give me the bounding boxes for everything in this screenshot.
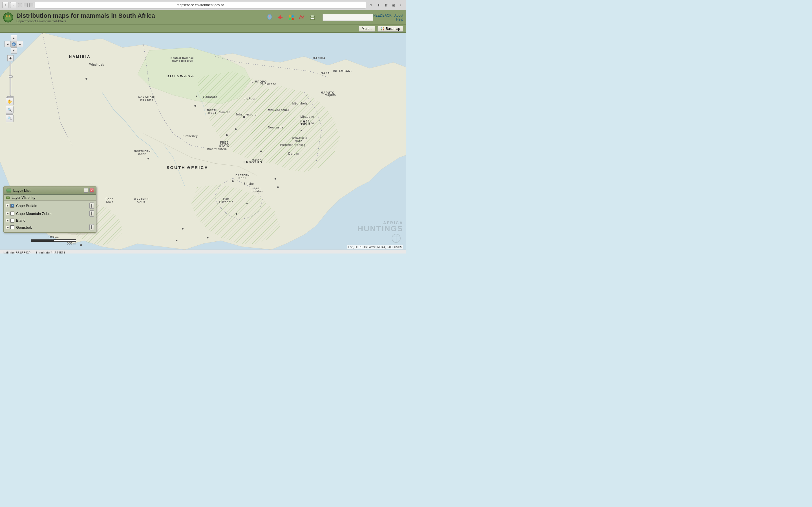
layer-name-0: Cape Buffalo xyxy=(16,204,88,208)
layer-panel-minimize[interactable]: _ xyxy=(84,188,88,193)
browser-chrome: ‹ › mapservice.environment.gov.za ↻ ⬇ ⇈ … xyxy=(0,0,406,10)
svg-point-41 xyxy=(182,228,184,230)
url-bar[interactable]: mapservice.environment.gov.za xyxy=(177,3,224,7)
layer-item-gemsbok: ▶ Gemsbok xyxy=(4,223,96,231)
app-title-area: Distribution maps for mammals in South A… xyxy=(16,12,259,23)
map-container[interactable]: NAMIBIA BOTSWANA KALAHARIDESERT Central … xyxy=(0,33,406,249)
svg-rect-12 xyxy=(311,15,314,17)
zoom-out-tool[interactable]: 🔍 xyxy=(6,114,13,122)
visibility-icon xyxy=(6,196,10,200)
svg-point-23 xyxy=(86,78,87,79)
map-tool-4[interactable] xyxy=(297,13,306,22)
app-header: Distribution maps for mammals in South A… xyxy=(0,10,406,25)
map-tools-panel: ✋ 🔍 🔍 xyxy=(6,98,13,122)
layer-expand-3[interactable]: ▶ xyxy=(6,226,9,229)
help-link[interactable]: Help xyxy=(396,17,403,21)
scale-km-label: 500 km xyxy=(31,235,76,239)
map-tool-3[interactable] xyxy=(287,13,296,22)
layer-checkbox-3[interactable] xyxy=(10,225,14,229)
back-button[interactable]: ‹ xyxy=(2,2,8,8)
svg-rect-48 xyxy=(6,189,11,189)
zoom-track[interactable] xyxy=(10,62,11,96)
svg-point-25 xyxy=(243,116,245,118)
svg-point-30 xyxy=(274,178,276,179)
share-icon[interactable]: ⇈ xyxy=(383,2,389,8)
basemap-button[interactable]: Basemap xyxy=(377,26,403,32)
layer-icon xyxy=(6,187,11,193)
pan-down-button[interactable]: ▼ xyxy=(11,47,17,54)
layer-item-eland: ▶ Eland xyxy=(4,217,96,223)
download-icon[interactable]: ⬇ xyxy=(375,2,382,8)
svg-point-3 xyxy=(9,15,10,17)
svg-rect-50 xyxy=(7,197,9,198)
layer-expand-2[interactable]: ▶ xyxy=(6,219,9,222)
hand-tool[interactable]: ✋ xyxy=(6,98,13,105)
about-link[interactable]: About xyxy=(395,13,403,17)
svg-point-2 xyxy=(6,15,8,17)
window-close[interactable] xyxy=(29,3,33,7)
window-minimize[interactable] xyxy=(18,3,22,7)
svg-rect-15 xyxy=(383,27,384,29)
svg-point-33 xyxy=(232,180,234,182)
window-maximize[interactable] xyxy=(24,3,28,7)
layer-checkbox-0[interactable] xyxy=(10,204,14,208)
svg-point-8 xyxy=(292,15,294,17)
svg-rect-14 xyxy=(381,27,382,29)
svg-point-29 xyxy=(147,158,149,159)
search-input[interactable] xyxy=(322,14,373,21)
svg-rect-17 xyxy=(383,29,384,31)
map-tool-5[interactable] xyxy=(308,13,317,22)
header-links: FEEDBACK About Help xyxy=(373,13,403,21)
layer-slider-1[interactable] xyxy=(89,210,94,217)
layer-panel-close[interactable]: ✕ xyxy=(89,188,94,193)
attribution: Esri, HERE, DeLorme, NOAA, FAO, USGS xyxy=(347,245,403,249)
status-bar: Latitude:-35.853439 Longitude:41.374511 xyxy=(0,249,406,253)
layer-visibility-label: Layer Visibility xyxy=(11,196,36,200)
home-button[interactable] xyxy=(11,41,17,47)
feedback-link[interactable]: FEEDBACK xyxy=(373,13,392,17)
more-button[interactable]: More... xyxy=(359,26,375,32)
svg-point-34 xyxy=(196,96,197,97)
layer-panel-controls: _ ✕ xyxy=(84,188,94,193)
layer-slider-0[interactable] xyxy=(89,203,94,209)
tab-icon[interactable]: ▣ xyxy=(390,2,396,8)
svg-rect-13 xyxy=(311,18,314,19)
map-tool-2[interactable] xyxy=(276,13,285,22)
svg-point-5 xyxy=(269,15,270,17)
layer-checkbox-2[interactable] xyxy=(10,219,14,223)
layer-checkbox-1[interactable] xyxy=(10,212,14,216)
map-tool-1[interactable] xyxy=(265,13,274,22)
svg-point-28 xyxy=(187,167,188,168)
zoom-thumb[interactable] xyxy=(9,75,13,78)
app-logo xyxy=(3,12,13,23)
layer-expand-0[interactable]: ▶ xyxy=(6,204,9,207)
svg-point-27 xyxy=(226,134,227,136)
svg-rect-16 xyxy=(381,29,382,31)
pan-left-button[interactable]: ◄ xyxy=(4,41,11,47)
layer-expand-1[interactable]: ▶ xyxy=(6,212,9,215)
longitude-display: Longitude:41.374511 xyxy=(36,251,65,254)
layer-panel-title: Layer List xyxy=(13,188,82,193)
pan-up-button[interactable]: ▲ xyxy=(11,35,17,41)
forward-button[interactable]: › xyxy=(10,2,16,8)
add-tab-icon[interactable]: + xyxy=(398,2,404,8)
layer-panel-header: Layer List _ ✕ xyxy=(4,186,96,194)
latitude-display: Latitude:-35.853439 xyxy=(3,251,31,254)
svg-point-7 xyxy=(289,15,291,17)
svg-point-9 xyxy=(289,18,291,20)
pan-right-button[interactable]: ► xyxy=(17,41,23,47)
header-icons xyxy=(265,13,317,22)
layer-slider-3[interactable] xyxy=(89,224,94,230)
svg-point-10 xyxy=(292,18,294,20)
layer-name-2: Eland xyxy=(16,218,94,223)
refresh-button[interactable]: ↻ xyxy=(368,2,374,8)
app-subtitle: Department of Environmental Affairs xyxy=(16,19,259,23)
svg-point-42 xyxy=(207,237,208,238)
layer-name-1: Cape Mountain Zebra xyxy=(16,212,88,216)
zoom-in-tool[interactable]: 🔍 xyxy=(6,106,13,114)
scale-mi-label: 300 mi xyxy=(31,242,76,245)
svg-point-36 xyxy=(295,103,296,105)
zoom-in-button[interactable]: + xyxy=(7,55,13,61)
svg-rect-46 xyxy=(6,191,11,192)
svg-point-26 xyxy=(235,128,237,130)
